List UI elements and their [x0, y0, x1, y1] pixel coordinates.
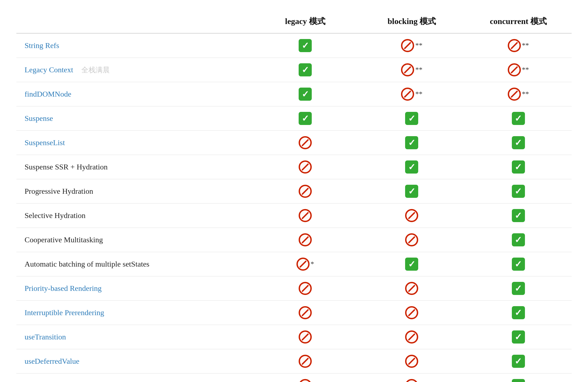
feature-name[interactable]: SuspenseList: [25, 138, 65, 147]
check-icon: [512, 355, 525, 368]
col-legacy: legacy 模式: [252, 11, 358, 33]
concurrent-cell: **: [465, 58, 572, 82]
feature-name[interactable]: Priority-based Rendering: [25, 284, 102, 293]
blocking-cell: [358, 301, 465, 325]
table-row: useTransition: [16, 325, 572, 349]
suffix: **: [522, 41, 529, 50]
no-icon: [299, 233, 312, 246]
feature-name: Selective Hydration: [25, 211, 85, 220]
concurrent-cell: [465, 301, 572, 325]
blocking-cell: [358, 131, 465, 155]
no-icon: [299, 379, 312, 382]
feature-name: Automatic batching of multiple setStates: [25, 260, 149, 268]
legacy-cell: *: [252, 252, 358, 276]
concurrent-cell: [465, 252, 572, 276]
col-blocking: blocking 模式: [358, 11, 465, 33]
check-icon: [405, 258, 418, 271]
suffix: **: [415, 66, 422, 74]
feature-name-cell: Suspense Reveal “Train”: [16, 374, 252, 382]
no-icon: [299, 209, 312, 222]
table-row: Progressive Hydration: [16, 179, 572, 204]
check-icon: [512, 306, 525, 319]
table-row: Selective Hydration: [16, 204, 572, 228]
feature-name[interactable]: Suspense: [25, 114, 53, 123]
suffix: *: [311, 260, 314, 268]
legacy-cell: [252, 228, 358, 252]
feature-name[interactable]: findDOMNode: [25, 90, 71, 99]
no-icon: [405, 355, 418, 368]
concurrent-cell: [465, 131, 572, 155]
feature-name-cell: Legacy Context全栈满晨: [16, 58, 252, 82]
blocking-cell: **: [358, 58, 465, 82]
feature-name[interactable]: Interruptible Prerendering: [25, 308, 104, 317]
blocking-cell: [358, 155, 465, 179]
no-icon: [401, 63, 414, 76]
check-icon: [512, 330, 525, 344]
legacy-cell: [252, 349, 358, 374]
check-icon: [512, 209, 525, 222]
no-icon: [299, 355, 312, 368]
no-icon: [405, 282, 418, 295]
feature-name-cell: Selective Hydration: [16, 204, 252, 228]
check-icon: [512, 136, 525, 149]
feature-name-cell: Suspense SSR + Hydration: [16, 155, 252, 179]
feature-name-cell: String Refs: [16, 33, 252, 58]
feature-name: Progressive Hydration: [25, 187, 93, 196]
check-icon: [512, 112, 525, 125]
suffix: **: [415, 41, 422, 50]
concurrent-cell: [465, 374, 572, 382]
blocking-cell: [358, 349, 465, 374]
check-icon: [405, 160, 418, 174]
feature-name-cell: Priority-based Rendering: [16, 276, 252, 301]
col-concurrent: concurrent 模式: [465, 11, 572, 33]
check-icon: [512, 379, 525, 382]
feature-name-cell: useDeferredValue: [16, 349, 252, 374]
blocking-cell: [358, 204, 465, 228]
check-icon: [299, 39, 312, 52]
legacy-cell: [252, 33, 358, 58]
feature-name-cell: Interruptible Prerendering: [16, 301, 252, 325]
feature-name-cell: useTransition: [16, 325, 252, 349]
feature-name[interactable]: String Refs: [25, 41, 59, 50]
table-row: Automatic batching of multiple setStates…: [16, 252, 572, 276]
legacy-cell: [252, 374, 358, 382]
no-icon: [405, 330, 418, 344]
table-row: Legacy Context全栈满晨****: [16, 58, 572, 82]
concurrent-cell: [465, 228, 572, 252]
concurrent-cell: [465, 349, 572, 374]
no-icon: [401, 39, 414, 52]
table-row: Interruptible Prerendering: [16, 301, 572, 325]
no-icon: [405, 209, 418, 222]
no-icon: [405, 379, 418, 382]
no-icon: [299, 306, 312, 319]
concurrent-cell: [465, 204, 572, 228]
legacy-cell: [252, 325, 358, 349]
legacy-cell: [252, 58, 358, 82]
table-row: useDeferredValue: [16, 349, 572, 374]
blocking-cell: [358, 374, 465, 382]
legacy-cell: [252, 276, 358, 301]
no-icon: [299, 160, 312, 174]
suffix: **: [522, 90, 529, 98]
no-icon: [405, 306, 418, 319]
table-row: Suspense: [16, 106, 572, 131]
feature-name-cell: Automatic batching of multiple setStates: [16, 252, 252, 276]
feature-name[interactable]: useDeferredValue: [25, 357, 79, 366]
check-icon: [512, 233, 525, 246]
col-feature: [16, 11, 252, 33]
check-icon: [405, 112, 418, 125]
comparison-table: legacy 模式 blocking 模式 concurrent 模式 Stri…: [16, 11, 572, 382]
suffix: **: [415, 90, 422, 98]
blocking-cell: [358, 276, 465, 301]
table-row: findDOMNode****: [16, 82, 572, 106]
table-row: Cooperative Multitasking: [16, 228, 572, 252]
feature-name[interactable]: Legacy Context: [25, 65, 73, 74]
table-row: Suspense Reveal “Train”: [16, 374, 572, 382]
check-icon: [512, 258, 525, 271]
no-icon: [508, 63, 521, 76]
check-icon: [299, 88, 312, 101]
feature-name[interactable]: useTransition: [25, 333, 66, 341]
concurrent-cell: [465, 276, 572, 301]
check-icon: [512, 282, 525, 295]
legacy-cell: [252, 204, 358, 228]
